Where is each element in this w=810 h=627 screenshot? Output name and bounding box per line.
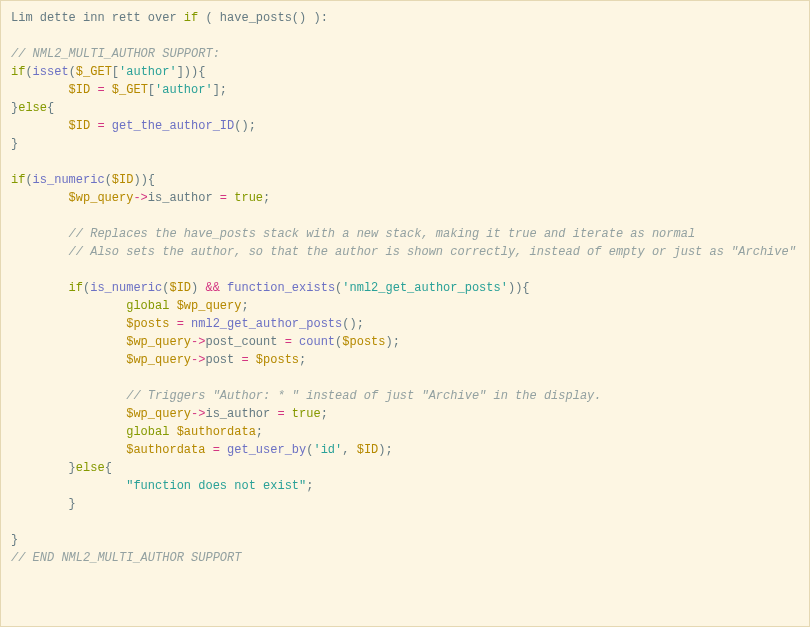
line: $wp_query->post = $posts; [11,353,306,367]
code-block: Lim dette inn rett over if ( have_posts(… [0,0,810,627]
line: } [11,137,18,151]
line: if(is_numeric($ID) && function_exists('n… [11,281,530,295]
line: }else{ [11,461,112,475]
line: "function does not exist"; [11,479,313,493]
line: } [11,497,76,511]
line: $wp_query->is_author = true; [11,407,328,421]
line: $ID = $_GET['author']; [11,83,227,97]
line-1: Lim dette inn rett over if ( have_posts(… [11,11,328,25]
line: $authordata = get_user_by('id', $ID); [11,443,393,457]
comment-line: // Also sets the author, so that the aut… [11,245,796,259]
line: if(is_numeric($ID)){ [11,173,155,187]
line: $posts = nml2_get_author_posts(); [11,317,364,331]
comment-line: // NML2_MULTI_AUTHOR SUPPORT: [11,47,220,61]
line: $wp_query->is_author = true; [11,191,270,205]
line: $wp_query->post_count = count($posts); [11,335,400,349]
comment-line: // Replaces the have_posts stack with a … [11,227,695,241]
line: } [11,533,18,547]
comment-line: // END NML2_MULTI_AUTHOR SUPPORT [11,551,241,565]
line: global $wp_query; [11,299,249,313]
comment-line: // Triggers "Author: * " instead of just… [11,389,602,403]
line: if(isset($_GET['author'])){ [11,65,205,79]
line: $ID = get_the_author_ID(); [11,119,256,133]
line: global $authordata; [11,425,263,439]
line: }else{ [11,101,54,115]
